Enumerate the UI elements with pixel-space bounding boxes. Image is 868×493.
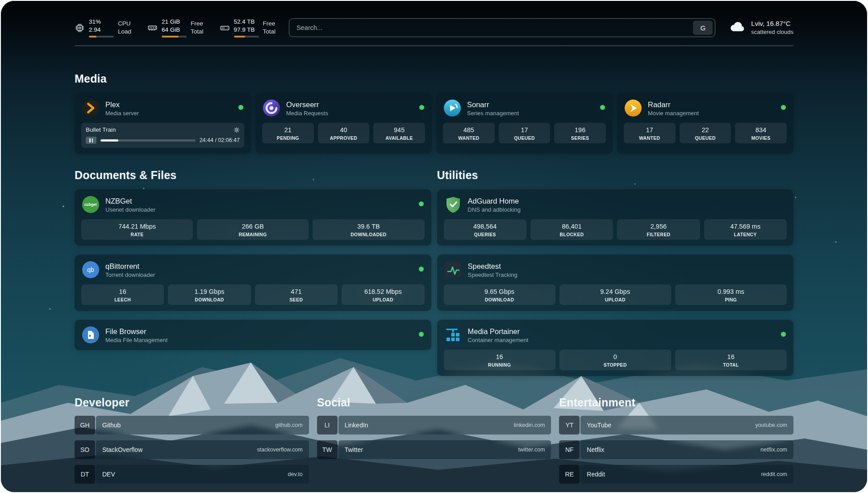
cpu-widget: 31% 2.94 CPU Load	[75, 18, 131, 38]
bookmark-abbr: TW	[317, 440, 338, 459]
cpu-icon	[75, 23, 85, 33]
service-card-nzbget[interactable]: nzbget NZBGet Usenet downloader 744.21 M…	[75, 189, 431, 246]
bookmark-name: Reddit	[587, 471, 605, 478]
status-dot	[419, 105, 424, 110]
service-desc: Usenet downloader	[105, 206, 155, 213]
section-title-entertainment: Entertainment	[559, 396, 793, 409]
svg-text:qb: qb	[87, 266, 94, 273]
now-playing-panel: Bullet Train 24:44 / 0	[81, 123, 244, 148]
service-name: qBittorrent	[105, 262, 155, 271]
overseerr-stat-available: 945 AVAILABLE	[373, 123, 425, 143]
bookmark-reddit[interactable]: RE Reddit reddit.com	[559, 465, 793, 484]
search-input[interactable]	[289, 19, 691, 37]
memory-widget: 21 GiB 64 GiB Free Total	[147, 18, 204, 38]
service-card-sonarr[interactable]: Sonarr Series management 485 WANTED 17 Q…	[436, 93, 613, 154]
disk-free-label: Free	[263, 20, 276, 28]
search-bar: G	[289, 18, 715, 37]
bookmark-name: Github	[102, 422, 121, 429]
status-dot	[419, 332, 424, 337]
memory-total-label: Total	[191, 28, 204, 36]
speedtest-icon	[444, 260, 463, 279]
bookmark-abbr: RE	[559, 465, 580, 484]
bookmark-dev[interactable]: DT DEV dev.to	[75, 465, 309, 484]
media-card-grid: Plex Media server Bullet Train	[75, 93, 793, 154]
service-name: Speedtest	[468, 262, 517, 271]
service-card-speedtest[interactable]: Speedtest Speedtest Tracking 9.65 Gbps D…	[437, 255, 794, 311]
service-card-adguard[interactable]: AdGuard Home DNS and adblocking 498,564 …	[437, 189, 794, 246]
bookmark-netflix[interactable]: NF Netflix netflix.com	[559, 440, 793, 459]
portainer-stat-total: 16 TOTAL	[675, 350, 787, 370]
service-card-radarr[interactable]: Radarr Movie management 17 WANTED 22 QUE…	[617, 93, 793, 154]
bookmark-abbr: GH	[75, 416, 95, 435]
bookmark-name: StackOverflow	[102, 446, 142, 453]
service-card-filebrowser[interactable]: File Browser Media File Management	[75, 320, 431, 350]
status-dot	[781, 105, 786, 110]
service-card-plex[interactable]: Plex Media server Bullet Train	[75, 93, 251, 154]
service-desc: Media server	[105, 110, 139, 117]
service-desc: Speedtest Tracking	[468, 272, 517, 278]
top-bar: 31% 2.94 CPU Load	[75, 16, 793, 39]
search-provider-button[interactable]: G	[693, 21, 713, 35]
section-utilities: Utilities	[437, 168, 794, 376]
service-name: Sonarr	[467, 100, 519, 109]
bookmark-url: github.com	[275, 422, 303, 428]
bookmark-linkedin[interactable]: LI LinkedIn linkedin.com	[317, 416, 551, 435]
bookmark-github[interactable]: GH Github github.com	[75, 416, 309, 435]
cloud-icon	[729, 20, 746, 35]
radarr-stat-wanted: 17 WANTED	[624, 123, 676, 143]
bookmark-url: netflix.com	[760, 447, 787, 453]
service-name: Media Portainer	[468, 327, 529, 336]
memory-total-value: 64 GiB	[162, 26, 187, 34]
disk-widget: 52.4 TB 97.9 TB Free Total	[220, 18, 276, 38]
memory-meter	[162, 36, 187, 38]
cpu-usage-value: 31%	[89, 18, 114, 26]
weather-widget: Lviv, 16.87°C scattered clouds	[729, 19, 793, 36]
bookmark-name: YouTube	[587, 422, 611, 429]
service-name: Radarr	[648, 100, 699, 109]
nzbget-stat-rate: 744.21 Mbps RATE	[81, 219, 193, 240]
disk-total-label: Total	[263, 28, 276, 36]
memory-free-label: Free	[191, 20, 204, 28]
service-desc: Media File Management	[105, 337, 167, 343]
now-playing-title: Bullet Train	[86, 126, 230, 134]
qbittorrent-stat-leech: 16 LEECH	[81, 284, 164, 305]
overseerr-icon	[262, 99, 281, 117]
service-card-portainer[interactable]: Media Portainer Container management 16 …	[437, 320, 794, 376]
bookmark-stackoverflow[interactable]: SO StackOverflow stackoverflow.com	[75, 440, 309, 459]
section-title-social: Social	[317, 396, 551, 409]
gear-icon[interactable]	[234, 127, 240, 133]
bookmark-abbr: LI	[317, 416, 338, 435]
radarr-icon	[624, 99, 643, 117]
service-card-overseerr[interactable]: Overseerr Media Requests 21 PENDING 40 A…	[255, 93, 432, 154]
service-card-qbittorrent[interactable]: qb qBittorrent Torrent downloader 16	[75, 255, 431, 311]
bookmark-name: Netflix	[587, 446, 604, 453]
adguard-stat-queries: 498,564 QUERIES	[444, 219, 526, 240]
bookmark-youtube[interactable]: YT YouTube youtube.com	[559, 416, 793, 435]
adguard-stat-latency: 47.569 ms LATENCY	[704, 219, 787, 240]
service-desc: Series management	[467, 110, 519, 117]
cpu-usage-label: CPU	[118, 20, 131, 28]
bookmark-name: LinkedIn	[345, 422, 368, 429]
bookmark-name: Twitter	[345, 446, 363, 453]
service-desc: Container management	[468, 337, 529, 343]
nzbget-icon: nzbget	[81, 195, 100, 214]
section-title-developer: Developer	[75, 396, 309, 409]
pause-icon	[86, 137, 96, 144]
bookmark-twitter[interactable]: TW Twitter twitter.com	[317, 440, 551, 459]
svg-text:nzbget: nzbget	[84, 202, 97, 207]
service-name: Plex	[105, 100, 139, 109]
adguard-icon	[444, 195, 463, 214]
status-dot	[600, 105, 605, 110]
cpu-meter-fill	[89, 36, 96, 38]
resource-widgets: 31% 2.94 CPU Load	[75, 18, 275, 38]
radarr-stat-movies: 834 MOVIES	[735, 123, 787, 143]
disk-total-value: 97.9 TB	[234, 26, 259, 34]
disk-free-value: 52.4 TB	[234, 18, 259, 26]
playback-time: 24:44 / 02:06:47	[200, 137, 240, 143]
sonarr-icon	[443, 99, 462, 117]
sonarr-stat-wanted: 485 WANTED	[443, 123, 495, 143]
disk-meter	[234, 36, 259, 38]
dashboard-window: 31% 2.94 CPU Load	[1, 1, 867, 492]
bookmark-url: dev.to	[288, 471, 303, 477]
speedtest-stat-download: 9.65 Gbps DOWNLOAD	[444, 284, 555, 305]
